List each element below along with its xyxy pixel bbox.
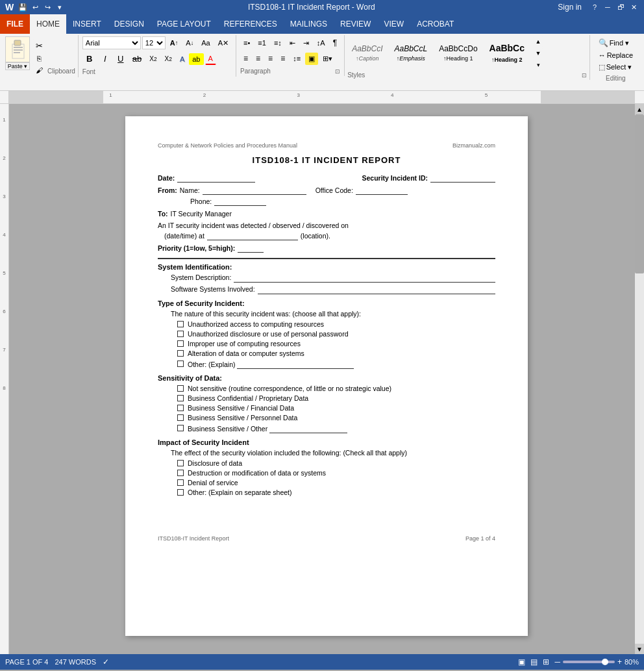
priority-label: Priority (1=low, 5=high): <box>158 244 235 252</box>
underline-btn[interactable]: U <box>114 52 128 66</box>
check-sens-5[interactable] <box>177 425 184 431</box>
date-field[interactable] <box>177 174 255 183</box>
undo-btn[interactable]: ↩ <box>30 3 40 12</box>
zoom-out-btn[interactable]: ─ <box>554 657 560 666</box>
text-effects-btn[interactable]: A <box>177 53 188 65</box>
help-btn[interactable]: ? <box>589 3 600 12</box>
phone-field[interactable] <box>214 197 266 206</box>
font-size-select[interactable]: 12 <box>142 36 166 49</box>
tab-file[interactable]: FILE <box>0 14 30 34</box>
format-painter-btn[interactable]: 🖌 <box>32 64 46 76</box>
check-sens-3[interactable] <box>177 405 184 411</box>
scroll-thumb[interactable] <box>635 114 644 273</box>
check-type-2[interactable] <box>177 331 184 337</box>
sort-btn[interactable]: ↕A <box>314 37 328 49</box>
security-id-field[interactable] <box>430 174 495 183</box>
italic-btn[interactable]: I <box>98 52 112 66</box>
align-center-btn[interactable]: ≡ <box>253 52 264 65</box>
multilevel-btn[interactable]: ≡↕ <box>271 37 285 49</box>
tab-references[interactable]: REFERENCES <box>217 14 284 34</box>
check-type-4[interactable] <box>177 350 184 357</box>
bold-btn[interactable]: B <box>82 52 97 66</box>
align-left-btn[interactable]: ≡ <box>240 52 251 65</box>
scroll-down-btn[interactable]: ▼ <box>635 644 644 654</box>
find-btn[interactable]: 🔍 Find ▾ <box>595 36 636 49</box>
numbering-btn[interactable]: ≡1 <box>254 37 269 49</box>
system-desc-field[interactable] <box>234 273 495 283</box>
grow-font-btn[interactable]: A↑ <box>167 37 182 49</box>
style-h1-btn[interactable]: AaBbCcDo↑Heading 1 <box>434 42 482 64</box>
tab-review[interactable]: REVIEW <box>334 14 377 34</box>
cut-btn[interactable]: ✂ <box>32 39 46 53</box>
zoom-slider[interactable] <box>563 661 615 663</box>
check-type-5[interactable] <box>177 361 184 367</box>
zoom-in-btn[interactable]: + <box>617 657 622 666</box>
replace-btn[interactable]: ↔ Replace <box>595 49 636 61</box>
font-color-btn[interactable]: A <box>205 53 216 65</box>
tab-page-layout[interactable]: PAGE LAYOUT <box>151 14 217 34</box>
font-name-select[interactable]: Arial <box>82 36 141 49</box>
priority-field[interactable] <box>238 244 264 253</box>
restore-btn[interactable]: 🗗 <box>615 3 626 12</box>
save-btn[interactable]: 💾 <box>18 3 28 12</box>
signin-link[interactable]: Sign in <box>558 3 587 12</box>
styles-scroll-up[interactable]: ▲ <box>533 36 543 47</box>
styles-dialog-btn[interactable]: ⊡ <box>582 72 587 79</box>
check-type-3[interactable] <box>177 340 184 347</box>
datetime-field[interactable] <box>207 232 298 240</box>
tab-acrobat[interactable]: ACROBAT <box>410 14 460 34</box>
strikethrough-btn[interactable]: ab <box>129 52 145 66</box>
redo-btn[interactable]: ↪ <box>42 3 53 12</box>
check-sens-2[interactable] <box>177 395 184 401</box>
superscript-btn[interactable]: X2 <box>162 53 175 64</box>
scroll-up-btn[interactable]: ▲ <box>635 104 644 114</box>
show-formatting-btn[interactable]: ¶ <box>330 36 340 49</box>
subscript-btn[interactable]: X2 <box>146 53 160 64</box>
office-code-field[interactable] <box>356 186 408 195</box>
tab-mailings[interactable]: MAILINGS <box>284 14 334 34</box>
check-type-1[interactable] <box>177 321 184 327</box>
check-impact-4[interactable] <box>177 489 184 496</box>
highlight-btn[interactable]: ab <box>189 53 203 65</box>
change-case-btn[interactable]: Aa <box>198 37 213 49</box>
styles-more[interactable]: ▾ <box>533 60 543 70</box>
close-btn[interactable]: ✕ <box>628 3 639 12</box>
software-field[interactable] <box>258 285 495 294</box>
tab-insert[interactable]: INSERT <box>66 14 108 34</box>
check-impact-1[interactable] <box>177 460 184 466</box>
paste-dropdown[interactable]: Paste ▾ <box>5 62 30 70</box>
view-full-btn[interactable]: ▤ <box>530 657 538 666</box>
minimize-btn[interactable]: ─ <box>602 3 613 12</box>
paste-btn[interactable] <box>5 36 30 62</box>
borders-btn[interactable]: ⊞▾ <box>319 53 336 65</box>
view-print-btn[interactable]: ▣ <box>518 657 525 666</box>
check-impact-2[interactable] <box>177 470 184 476</box>
style-caption-btn[interactable]: AaBbCcI↑Caption <box>347 42 387 64</box>
align-right-btn[interactable]: ≡ <box>265 52 276 65</box>
check-sens-4[interactable] <box>177 414 184 421</box>
tab-home[interactable]: HOME <box>30 14 66 34</box>
paragraph-dialog-btn[interactable]: ⊡ <box>335 68 340 75</box>
bullets-btn[interactable]: ≡• <box>240 37 253 49</box>
increase-indent-btn[interactable]: ⇥ <box>300 37 312 49</box>
scrollbar-vertical[interactable]: ▲ ▼ <box>635 104 644 654</box>
view-web-btn[interactable]: ⊞ <box>543 657 549 666</box>
check-sens-1[interactable] <box>177 385 184 392</box>
style-h2-btn[interactable]: AaBbCc↑Heading 2 <box>485 41 529 66</box>
tab-view[interactable]: VIEW <box>377 14 410 34</box>
justify-btn[interactable]: ≡ <box>277 52 288 65</box>
check-impact-3[interactable] <box>177 479 184 486</box>
line-spacing-btn[interactable]: ↕≡ <box>290 53 304 64</box>
customize-btn[interactable]: ▾ <box>55 3 65 12</box>
shading-btn[interactable]: ▣ <box>305 53 318 65</box>
name-field[interactable] <box>203 186 306 195</box>
zoom-thumb[interactable] <box>602 659 608 665</box>
tab-design[interactable]: DESIGN <box>108 14 151 34</box>
style-emphasis-btn[interactable]: AaBbCcL↑Emphasis <box>390 42 432 64</box>
clear-formatting-btn[interactable]: A✕ <box>215 37 232 49</box>
styles-scroll-down[interactable]: ▼ <box>533 48 543 58</box>
copy-btn[interactable]: ⎘ <box>32 53 46 64</box>
decrease-indent-btn[interactable]: ⇤ <box>286 37 299 49</box>
shrink-font-btn[interactable]: A↓ <box>182 37 197 49</box>
select-btn[interactable]: ⬚ Select ▾ <box>595 61 636 73</box>
